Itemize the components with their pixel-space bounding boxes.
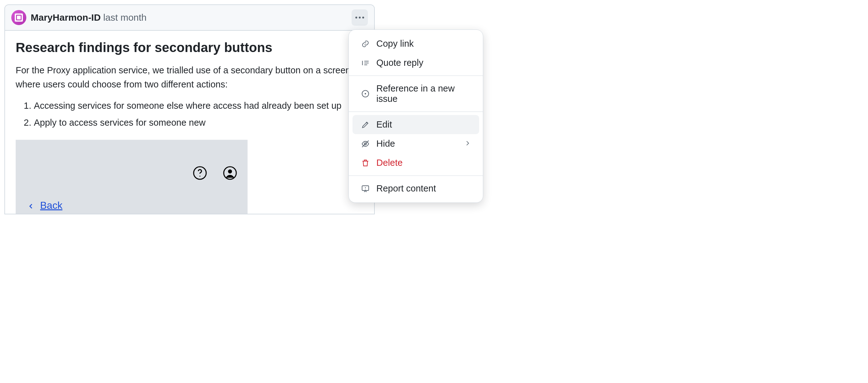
- embedded-screenshot: Back: [16, 140, 248, 214]
- help-icon: [192, 166, 208, 180]
- menu-item-label: Delete: [376, 158, 403, 168]
- svg-point-14: [365, 189, 366, 189]
- menu-item-label: Report content: [376, 183, 436, 194]
- link-icon: [361, 39, 370, 49]
- report-icon: [361, 184, 370, 194]
- comment-header: MaryHarmon-ID last month: [5, 5, 374, 31]
- issue-icon: [361, 89, 370, 98]
- menu-item-hide[interactable]: Hide: [352, 134, 479, 153]
- menu-item-label: Hide: [376, 139, 395, 149]
- menu-item-quote-reply[interactable]: Quote reply: [352, 53, 479, 72]
- svg-point-3: [228, 169, 232, 173]
- menu-item-report[interactable]: Report content: [352, 179, 479, 198]
- comment-list: Accessing services for someone else wher…: [16, 98, 364, 130]
- menu-separator: [349, 176, 483, 176]
- comment-title: Research findings for secondary buttons: [16, 40, 364, 55]
- comment-author[interactable]: MaryHarmon-ID: [31, 12, 101, 23]
- comment-timestamp[interactable]: last month: [103, 12, 146, 23]
- menu-item-delete[interactable]: Delete: [352, 153, 479, 172]
- eye-off-icon: [361, 139, 370, 149]
- trash-icon: [361, 158, 370, 168]
- menu-separator: [349, 112, 483, 112]
- back-label: Back: [40, 200, 62, 211]
- quote-icon: [361, 58, 370, 68]
- menu-item-label: Reference in a new issue: [376, 83, 471, 104]
- comment-actions-button[interactable]: [351, 9, 368, 26]
- avatar[interactable]: [11, 10, 26, 25]
- kebab-icon: [355, 17, 364, 19]
- menu-item-copy-link[interactable]: Copy link: [352, 34, 479, 53]
- menu-item-label: Quote reply: [376, 58, 423, 68]
- menu-item-edit[interactable]: Edit: [352, 115, 479, 134]
- chevron-left-icon: [28, 202, 34, 209]
- chevron-right-icon: [464, 139, 471, 149]
- svg-point-9: [365, 93, 366, 95]
- menu-separator: [349, 76, 483, 76]
- list-item: Apply to access services for someone new: [34, 115, 364, 130]
- comment-body: Research findings for secondary buttons …: [5, 31, 374, 214]
- list-item: Accessing services for someone else wher…: [34, 98, 364, 114]
- comment-container: MaryHarmon-ID last month Research findin…: [4, 4, 375, 214]
- comment-paragraph: For the Proxy application service, we tr…: [16, 63, 364, 91]
- user-icon: [222, 166, 238, 180]
- menu-item-label: Edit: [376, 119, 392, 130]
- back-link[interactable]: Back: [28, 200, 62, 211]
- svg-point-1: [199, 176, 200, 176]
- menu-item-reference-issue[interactable]: Reference in a new issue: [352, 79, 479, 109]
- comment-actions-menu: Copy link Quote reply Reference in a new…: [348, 29, 483, 203]
- menu-item-label: Copy link: [376, 38, 414, 49]
- pencil-icon: [361, 120, 370, 129]
